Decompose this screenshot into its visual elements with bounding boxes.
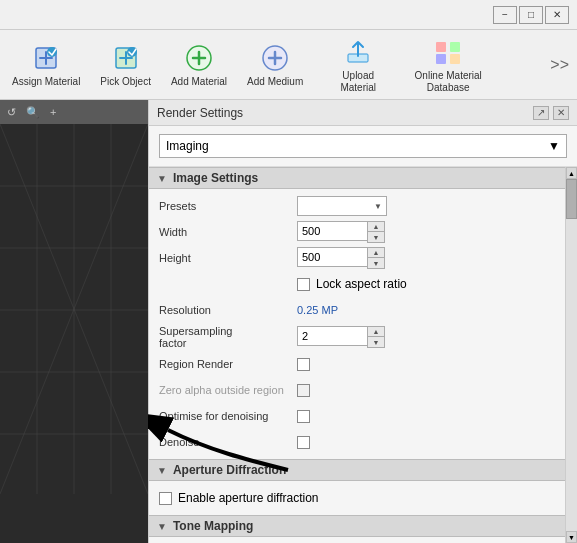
left-panel: ↺ 🔍 +: [0, 100, 148, 543]
image-settings-section: ▼ Image Settings Presets ▼: [149, 167, 565, 459]
denoise-value: [297, 436, 555, 449]
toolbar-online-database[interactable]: Online Material Database: [405, 35, 491, 95]
optimise-value: [297, 410, 555, 423]
width-decrement[interactable]: ▼: [368, 232, 384, 242]
aperture-section: ▼ Aperture Diffraction Enable aperture d…: [149, 459, 565, 515]
height-increment[interactable]: ▲: [368, 248, 384, 258]
height-input[interactable]: [297, 247, 367, 267]
aperture-arrow: ▼: [157, 465, 167, 476]
resolution-row: Resolution 0.25 MP: [159, 299, 555, 321]
height-spinner: ▲ ▼: [297, 247, 387, 269]
add-material-icon: [183, 42, 215, 74]
denoise-checkbox[interactable]: [297, 436, 310, 449]
lock-aspect-value: Lock aspect ratio: [297, 277, 555, 291]
scroll-down-button[interactable]: ▼: [566, 531, 577, 543]
svg-rect-7: [436, 42, 446, 52]
panel-close-button[interactable]: ✕: [553, 106, 569, 120]
height-decrement[interactable]: ▼: [368, 258, 384, 268]
supersampling-spinner: ▲ ▼: [297, 326, 387, 348]
width-row: Width ▲ ▼: [159, 221, 555, 243]
region-render-label: Region Render: [159, 358, 289, 370]
zero-alpha-checkbox[interactable]: [297, 384, 310, 397]
panel-expand-button[interactable]: ↗: [533, 106, 549, 120]
panel-title: Render Settings: [157, 106, 243, 120]
toolbar-add-medium[interactable]: Add Medium: [239, 35, 311, 95]
tone-mapping-title: Tone Mapping: [173, 519, 253, 533]
resolution-value: 0.25 MP: [297, 303, 555, 317]
left-panel-toolbar: ↺ 🔍 +: [0, 100, 148, 124]
height-row: Height ▲ ▼: [159, 247, 555, 269]
minimize-button[interactable]: −: [493, 6, 517, 24]
width-increment[interactable]: ▲: [368, 222, 384, 232]
zero-alpha-label: Zero alpha outside region: [159, 384, 289, 396]
imaging-dropdown-container: Imaging ▼: [149, 126, 577, 167]
optimise-checkbox[interactable]: [297, 410, 310, 423]
optimise-label: Optimise for denoising: [159, 410, 289, 422]
panel-scroll-area: ▼ Image Settings Presets ▼: [149, 167, 565, 543]
enable-aperture-checkbox[interactable]: [159, 492, 172, 505]
toolbar-more-button[interactable]: >>: [546, 52, 573, 78]
grid-svg: [0, 124, 148, 494]
lock-aspect-checkbox[interactable]: [297, 278, 310, 291]
toolbar-pick-object[interactable]: Pick Object: [92, 35, 159, 95]
imaging-dropdown-arrow: ▼: [548, 139, 560, 153]
image-settings-arrow: ▼: [157, 173, 167, 184]
supersampling-decrement[interactable]: ▼: [368, 337, 384, 347]
enable-aperture-checkbox-row: Enable aperture diffraction: [159, 491, 319, 505]
lock-aspect-checkbox-row: Lock aspect ratio: [297, 277, 555, 291]
render-settings-panel: Render Settings ↗ ✕ Imaging ▼ ▼ Image Se…: [148, 100, 577, 543]
width-value: ▲ ▼: [297, 221, 555, 243]
enable-aperture-row: Enable aperture diffraction: [159, 487, 555, 509]
supersampling-input[interactable]: [297, 326, 367, 346]
presets-label: Presets: [159, 200, 289, 212]
upload-material-icon: [342, 36, 374, 68]
tone-mapping-header[interactable]: ▼ Tone Mapping: [149, 515, 565, 537]
aperture-title: Aperture Diffraction: [173, 463, 286, 477]
supersampling-increment[interactable]: ▲: [368, 327, 384, 337]
region-render-checkbox[interactable]: [297, 358, 310, 371]
supersampling-row: Supersampling factor ▲ ▼: [159, 325, 555, 349]
supersampling-spinner-buttons: ▲ ▼: [367, 326, 385, 348]
online-database-label: Online Material Database: [413, 70, 483, 94]
image-settings-title: Image Settings: [173, 171, 258, 185]
imaging-dropdown[interactable]: Imaging ▼: [159, 134, 567, 158]
scroll-thumb[interactable]: [566, 179, 577, 219]
toolbar-assign-material[interactable]: Assign Material: [4, 35, 88, 95]
presets-dropdown[interactable]: ▼: [297, 196, 387, 216]
denoise-label: Denoise: [159, 436, 289, 448]
aperture-body: Enable aperture diffraction: [149, 481, 565, 515]
lock-aspect-label: Lock aspect ratio: [316, 277, 407, 291]
region-render-row: Region Render: [159, 353, 555, 375]
image-settings-header[interactable]: ▼ Image Settings: [149, 167, 565, 189]
add-button[interactable]: +: [47, 105, 59, 119]
add-medium-label: Add Medium: [247, 76, 303, 88]
main-toolbar: Assign Material Pick Object Add Material: [0, 30, 577, 100]
width-label: Width: [159, 226, 289, 238]
aperture-header[interactable]: ▼ Aperture Diffraction: [149, 459, 565, 481]
width-input[interactable]: [297, 221, 367, 241]
toolbar-add-material[interactable]: Add Material: [163, 35, 235, 95]
close-button[interactable]: ✕: [545, 6, 569, 24]
window-controls: − □ ✕: [493, 6, 569, 24]
assign-material-icon: [30, 42, 62, 74]
search-button[interactable]: 🔍: [23, 105, 43, 120]
height-spinner-buttons: ▲ ▼: [367, 247, 385, 269]
maximize-button[interactable]: □: [519, 6, 543, 24]
add-medium-icon: [259, 42, 291, 74]
tone-mapping-section: ▼ Tone Mapping: [149, 515, 565, 537]
presets-value: ▼: [297, 196, 555, 216]
svg-rect-8: [450, 42, 460, 52]
pick-object-label: Pick Object: [100, 76, 151, 88]
height-label: Height: [159, 252, 289, 264]
width-spinner-buttons: ▲ ▼: [367, 221, 385, 243]
refresh-button[interactable]: ↺: [4, 105, 19, 120]
zero-alpha-value: [297, 384, 555, 397]
pick-object-icon: [110, 42, 142, 74]
zero-alpha-row: Zero alpha outside region: [159, 379, 555, 401]
resolution-text: 0.25 MP: [297, 304, 338, 316]
scroll-bar: ▲ ▼: [565, 167, 577, 543]
assign-material-label: Assign Material: [12, 76, 80, 88]
scroll-up-button[interactable]: ▲: [566, 167, 577, 179]
toolbar-upload-material[interactable]: Upload Material: [315, 35, 401, 95]
panel-controls: ↗ ✕: [533, 106, 569, 120]
